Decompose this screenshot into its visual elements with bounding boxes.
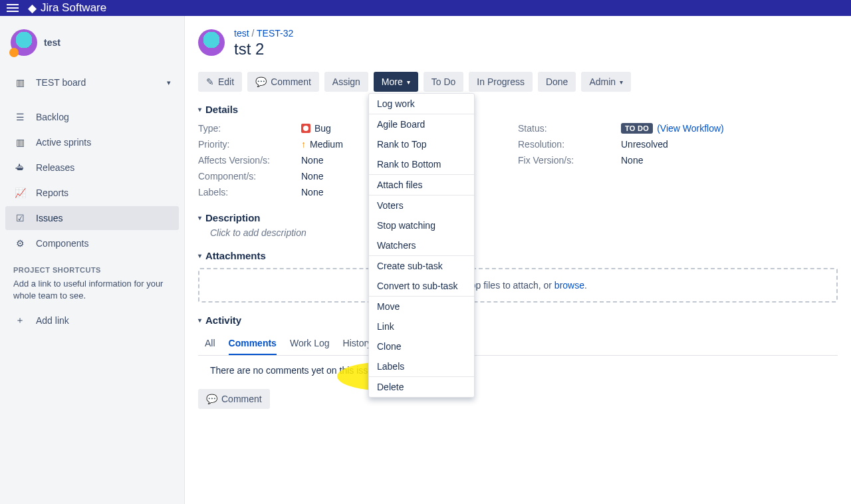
browse-link[interactable]: browse bbox=[554, 280, 584, 291]
type-value: Bug bbox=[314, 123, 331, 134]
more-delete[interactable]: Delete bbox=[369, 377, 474, 397]
pencil-icon: ✎ bbox=[206, 76, 214, 87]
shortcuts-title: PROJECT SHORTCUTS bbox=[5, 257, 179, 278]
issue-project-avatar bbox=[198, 29, 225, 56]
more-agile-board[interactable]: Agile Board bbox=[369, 114, 474, 134]
fixversion-value: None bbox=[621, 155, 643, 166]
main-content: test / TEST-32 tst 2 ✎Edit 💬Comment Assi… bbox=[185, 16, 851, 504]
jira-logo-icon: ◆ bbox=[28, 1, 37, 15]
bug-icon bbox=[301, 124, 310, 133]
chevron-down-icon: ▾ bbox=[198, 252, 201, 259]
backlog-icon: ☰ bbox=[13, 110, 27, 124]
admin-button[interactable]: Admin ▾ bbox=[581, 72, 631, 92]
more-attach-files[interactable]: Attach files bbox=[369, 175, 474, 195]
tab-history[interactable]: History bbox=[343, 332, 372, 355]
project-name: test bbox=[44, 37, 61, 48]
breadcrumb: test / TEST-32 bbox=[234, 28, 293, 39]
more-move[interactable]: Move bbox=[369, 297, 474, 316]
components-value: None bbox=[301, 171, 323, 182]
fixversion-label: Fix Version/s: bbox=[518, 155, 621, 166]
labels-value: None bbox=[301, 187, 323, 197]
issue-title: tst 2 bbox=[234, 40, 293, 59]
tab-comments[interactable]: Comments bbox=[229, 332, 277, 355]
affects-value: None bbox=[301, 155, 323, 166]
sidebar: test ▥ TEST board ▾ ☰ Backlog ▥ Active s… bbox=[0, 16, 185, 504]
more-labels[interactable]: Labels bbox=[369, 356, 474, 376]
status-badge: TO DO bbox=[621, 123, 653, 134]
more-convert-subtask[interactable]: Convert to sub-task bbox=[369, 276, 474, 296]
status-label: Status: bbox=[518, 123, 621, 134]
more-dropdown: Log work Agile Board Rank to Top Rank to… bbox=[368, 93, 475, 398]
more-log-work[interactable]: Log work bbox=[369, 94, 474, 114]
comment-button[interactable]: 💬Comment bbox=[247, 72, 319, 92]
sidebar-item-reports[interactable]: 📈 Reports bbox=[5, 181, 179, 205]
description-placeholder[interactable]: Click to add description bbox=[198, 227, 838, 238]
assign-button[interactable]: Assign bbox=[324, 72, 368, 92]
project-avatar bbox=[11, 29, 37, 56]
shortcuts-help: Add a link to useful information for you… bbox=[5, 278, 179, 309]
comment-icon: 💬 bbox=[255, 76, 267, 87]
add-link-button[interactable]: ＋ Add link bbox=[5, 309, 179, 332]
more-voters[interactable]: Voters bbox=[369, 195, 474, 215]
components-label: Component/s: bbox=[198, 171, 301, 182]
board-icon: ▥ bbox=[13, 76, 27, 89]
toolbar: ✎Edit 💬Comment Assign More ▾ To Do In Pr… bbox=[198, 72, 838, 92]
priority-icon: ↑ bbox=[301, 139, 306, 150]
components-icon: ⚙ bbox=[13, 237, 27, 250]
more-stop-watching[interactable]: Stop watching bbox=[369, 215, 474, 235]
edit-button[interactable]: ✎Edit bbox=[198, 72, 242, 92]
no-comments-text: There are no comments yet on this issue. bbox=[198, 356, 838, 376]
jira-logo[interactable]: ◆ Jira Software bbox=[28, 1, 106, 15]
tab-all[interactable]: All bbox=[205, 332, 215, 355]
view-workflow-link[interactable]: (View Workflow) bbox=[657, 123, 724, 134]
inprogress-button[interactable]: In Progress bbox=[469, 72, 533, 92]
attachments-section-header[interactable]: ▾ Attachments bbox=[198, 250, 838, 261]
add-comment-button[interactable]: 💬Comment bbox=[198, 389, 270, 409]
breadcrumb-key[interactable]: TEST-32 bbox=[257, 28, 293, 39]
app-name: Jira Software bbox=[41, 1, 106, 15]
chevron-down-icon: ▾ bbox=[198, 106, 201, 113]
chevron-down-icon: ▾ bbox=[620, 78, 623, 86]
plus-icon: ＋ bbox=[13, 314, 27, 327]
sidebar-board[interactable]: ▥ TEST board ▾ bbox=[5, 70, 179, 94]
sprints-icon: ▥ bbox=[13, 136, 27, 149]
resolution-value: Unresolved bbox=[621, 139, 668, 150]
more-clone[interactable]: Clone bbox=[369, 336, 474, 356]
menu-icon[interactable] bbox=[7, 2, 19, 14]
details-section-header[interactable]: ▾ Details bbox=[198, 104, 838, 115]
more-watchers[interactable]: Watchers bbox=[369, 235, 474, 255]
tab-worklog[interactable]: Work Log bbox=[290, 332, 330, 355]
sidebar-item-active-sprints[interactable]: ▥ Active sprints bbox=[5, 130, 179, 154]
reports-icon: 📈 bbox=[13, 186, 27, 199]
activity-section-header[interactable]: ▾ Activity bbox=[198, 315, 838, 326]
chevron-down-icon: ▾ bbox=[198, 316, 201, 324]
affects-label: Affects Version/s: bbox=[198, 155, 301, 166]
chevron-down-icon: ▾ bbox=[198, 214, 201, 221]
activity-tabs: All Comments Work Log History Activity bbox=[198, 332, 838, 356]
labels-label: Labels: bbox=[198, 187, 301, 197]
sidebar-item-components[interactable]: ⚙ Components bbox=[5, 231, 179, 255]
more-link[interactable]: Link bbox=[369, 316, 474, 336]
done-button[interactable]: Done bbox=[538, 72, 576, 92]
breadcrumb-project[interactable]: test bbox=[234, 28, 249, 39]
chevron-down-icon: ▾ bbox=[167, 78, 171, 87]
more-rank-bottom[interactable]: Rank to Bottom bbox=[369, 154, 474, 174]
more-create-subtask[interactable]: Create sub-task bbox=[369, 256, 474, 276]
releases-icon: ⛴ bbox=[13, 161, 27, 174]
priority-value: Medium bbox=[310, 139, 343, 150]
sidebar-item-releases[interactable]: ⛴ Releases bbox=[5, 156, 179, 180]
todo-button[interactable]: To Do bbox=[424, 72, 464, 92]
chevron-down-icon: ▾ bbox=[407, 78, 410, 86]
type-label: Type: bbox=[198, 123, 301, 134]
priority-label: Priority: bbox=[198, 139, 301, 150]
comment-icon: 💬 bbox=[206, 394, 217, 404]
issues-icon: ☑ bbox=[13, 211, 27, 225]
more-rank-top[interactable]: Rank to Top bbox=[369, 134, 474, 154]
description-section-header[interactable]: ▾ Description bbox=[198, 212, 838, 223]
sidebar-item-backlog[interactable]: ☰ Backlog bbox=[5, 105, 179, 129]
more-button[interactable]: More ▾ bbox=[374, 72, 418, 92]
resolution-label: Resolution: bbox=[518, 139, 621, 150]
attachment-dropzone[interactable]: ☁ Drop files to attach, or browse. bbox=[198, 268, 838, 303]
sidebar-item-issues[interactable]: ☑ Issues bbox=[5, 206, 179, 230]
